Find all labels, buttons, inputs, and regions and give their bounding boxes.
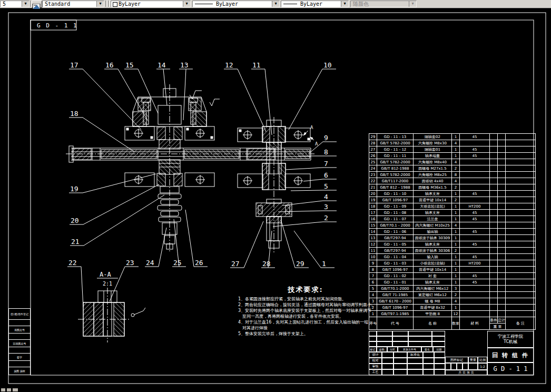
parts-cell: 20 (369, 191, 377, 197)
parts-cell: 18 (369, 203, 377, 210)
role-cell (423, 352, 434, 358)
parts-cell: 45 (460, 146, 490, 153)
parts-cell (506, 216, 536, 222)
parts-cell: 衬 套 (414, 273, 452, 279)
callout-number-27: 27 (231, 260, 240, 268)
border-strip-cell: 借(通)用件登记 (8, 308, 31, 320)
parts-row: 20GD - 11 - 10轴承支座145 (369, 191, 536, 197)
parts-row: 17GD - 11 - 08轴承支座145 (369, 210, 536, 216)
parts-cell (490, 279, 498, 286)
parts-cell: 10 (369, 254, 377, 260)
style-manager-icon-button[interactable] (32, 1, 42, 8)
parts-cell: GB/T 5782-2000 (377, 172, 414, 178)
parts-cell: GD - 11 - 12 (377, 146, 414, 153)
organization-box: 宁波工程学院 TC机械 (487, 331, 534, 348)
parts-cell: 29 (369, 134, 377, 140)
parts-cell: 轴承支座 (414, 241, 452, 248)
parts-cell: 平垫圈 8 (414, 311, 452, 317)
parts-cell: GB/T 1096-97 (377, 197, 414, 203)
parts-cell (460, 184, 490, 191)
role-cell (382, 352, 393, 358)
text-style-value: Standard (45, 1, 70, 7)
revision-cell (392, 331, 408, 336)
parts-row: 13GB/T297-94圆锥滚子轴承 303091 (369, 235, 536, 241)
text-style-arrow-icon[interactable]: ▼ (96, 1, 104, 7)
parts-row: 9GD - 11 - 03小锥齿轮(齿轴)1HT200 (369, 260, 536, 267)
parts-cell: 轴承支座 (414, 210, 452, 216)
callout-number-7: 7 (324, 160, 328, 168)
parts-cell: 45 (460, 134, 490, 140)
parts-row: 19GB/T 1096-97普通平键 10x142 (369, 197, 536, 203)
parts-cell: GD - 11 - 13 (377, 134, 414, 140)
callout-number-21: 21 (71, 238, 80, 246)
lineweight-arrow-icon[interactable]: ▼ (341, 1, 348, 7)
parts-cell (506, 191, 536, 197)
callout-number-17: 17 (70, 61, 78, 69)
drawing-number-box: G D - 1 1 (487, 362, 534, 375)
parts-cell: 5 (369, 286, 377, 292)
pages-label: 共 页 第 页 (445, 370, 487, 375)
right-bearing-housing-assembly (238, 117, 310, 253)
parts-cell: 3 (452, 286, 460, 292)
parts-cell: 1 (452, 203, 460, 210)
color-value: ByLayer (119, 1, 141, 7)
parts-cell: 21 (369, 184, 377, 191)
parts-cell: 1 (452, 273, 460, 279)
parts-cell (498, 305, 506, 311)
layer-combo[interactable]: 5 ▼ (0, 1, 29, 7)
parts-cell (490, 286, 498, 292)
role-cell (434, 358, 445, 364)
callout-leader (83, 117, 134, 152)
parts-cell: 11 (369, 248, 377, 254)
parts-row: 22GB/T117-2000圆锥销 4x404 (369, 178, 536, 184)
parts-cell: 六角螺栓 M8x30 (414, 140, 452, 146)
parts-cell: 普通平键 10x14 (414, 197, 452, 203)
parts-cell (506, 273, 536, 279)
parts-cell: 大锥齿轮(齿轮) (414, 203, 452, 210)
parts-cell: 六角螺栓 M8x25 (414, 172, 452, 178)
role-cell (407, 358, 423, 364)
border-record-strip: 借(通)用件登记底图总号旧底图总号签字描图 描校 (8, 308, 31, 375)
parts-cell (490, 273, 498, 279)
text-style-combo[interactable]: Standard ▼ (42, 1, 104, 7)
parts-cell: GB/T 1096-97 (377, 305, 414, 311)
parts-cell (460, 248, 490, 254)
linetype-arrow-icon[interactable]: ▼ (272, 1, 279, 7)
parts-cell: 14 (369, 229, 377, 235)
parts-cell: 45 (460, 273, 490, 279)
parts-cell: 2 (452, 184, 460, 191)
linetype-combo[interactable]: ByLayer ▼ (192, 1, 280, 7)
parts-row: 24GB/T 812-1988圆螺母 M27x1.52 (369, 165, 536, 172)
layer-combo-arrow-icon[interactable]: ▼ (22, 1, 29, 7)
color-combo[interactable]: ByLayer ▼ (111, 1, 191, 7)
parts-row: 28GB/T 5782-2000六角螺栓 M8x304 (369, 140, 536, 146)
parts-cell (506, 305, 536, 311)
parts-row: 14GD - 11 - 06输出轴145 (369, 229, 536, 235)
parts-cell: 小锥齿轮(齿轴) (414, 260, 452, 267)
parts-cell: GD - 11 - 11 (377, 153, 414, 159)
header-code: 代 号 (377, 317, 414, 330)
parts-cell: GB/T 5782-2000 (377, 159, 414, 165)
callout-leader (83, 69, 141, 130)
lineweight-combo[interactable]: ByLayer ▼ (281, 1, 349, 7)
parts-cell (506, 260, 536, 267)
border-strip-cell (8, 347, 31, 354)
role-cell (393, 369, 407, 375)
parts-row: 15GB/T70.1 - 2000内六角螺钉 M10x254 (369, 222, 536, 229)
parts-cell (498, 222, 506, 229)
parts-cell: GD - 11 - 09 (377, 203, 414, 210)
parts-cell (490, 134, 498, 140)
callout-number-23: 23 (126, 259, 134, 267)
tech-requirement-line: 5、整体安装完毕后，焊接于支架上。 (238, 331, 373, 337)
parts-row: 10GD - 11 - 04输入轴145 (369, 254, 536, 260)
parts-cell: 轴承端盖 (414, 153, 452, 159)
parts-cell (490, 210, 498, 216)
parts-cell (490, 298, 498, 305)
parts-cell: 2 (369, 305, 377, 311)
toolbar: 5 ▼ Standard ▼ ByLayer ▼ ByLayer ▼ (0, 0, 551, 8)
parts-cell (498, 311, 506, 317)
color-arrow-icon[interactable]: ▼ (183, 1, 190, 7)
header-note: 备 注 (506, 317, 536, 330)
parts-cell (506, 197, 536, 203)
parts-cell (498, 146, 506, 153)
